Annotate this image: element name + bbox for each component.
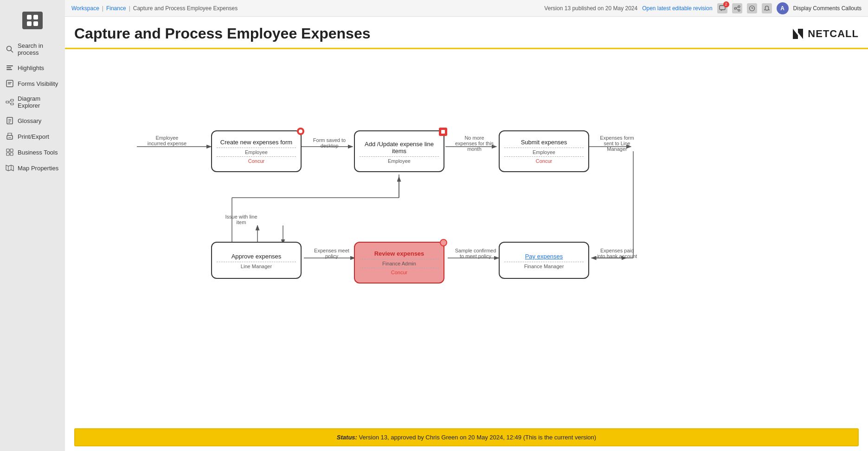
print-icon xyxy=(6,132,14,141)
svg-point-32 xyxy=(738,6,740,7)
svg-line-15 xyxy=(9,100,11,102)
svg-rect-19 xyxy=(8,121,11,121)
brand-name: NETCALL xyxy=(808,28,859,40)
sidebar-item-search[interactable]: Search in process xyxy=(0,39,65,60)
svg-rect-22 xyxy=(8,137,11,138)
svg-rect-11 xyxy=(8,84,11,84)
tools-icon xyxy=(6,148,14,156)
svg-rect-23 xyxy=(6,149,9,152)
flow-label-6: Expenses meet policy xyxy=(309,248,355,259)
svg-rect-2 xyxy=(27,21,32,26)
node-corner-icon xyxy=(297,128,304,135)
status-bar: Status: Version 13, approved by Chris Gr… xyxy=(74,428,859,446)
arrows-svg xyxy=(65,49,868,424)
sidebar-item-print-export[interactable]: Print/Export xyxy=(0,129,65,144)
forms-icon xyxy=(6,79,14,88)
svg-rect-18 xyxy=(8,119,11,120)
user-avatar[interactable]: A xyxy=(777,2,789,14)
sidebar: Search in process Highlights Forms Visib… xyxy=(0,0,65,451)
sidebar-item-diagram-explorer[interactable]: Diagram Explorer xyxy=(0,91,65,113)
svg-rect-25 xyxy=(6,153,9,155)
node-add-update[interactable]: Add /Update expense line items Employee xyxy=(354,130,444,172)
svg-rect-26 xyxy=(10,153,13,155)
node-role: Employee xyxy=(531,149,557,155)
svg-point-33 xyxy=(734,7,736,9)
flow-label-4: Expenses form sent to Line Manager xyxy=(592,135,643,152)
flow-label-7: Sample confirmed to meet policy xyxy=(450,248,501,259)
notifications-button[interactable] xyxy=(762,3,772,13)
node-corner-icon-square xyxy=(439,128,447,136)
node-title: Add /Update expense line items xyxy=(355,139,444,155)
svg-rect-6 xyxy=(6,65,13,66)
comment-button[interactable]: 2 xyxy=(717,3,727,13)
sidebar-item-highlights[interactable]: Highlights xyxy=(0,60,65,76)
svg-rect-12 xyxy=(6,101,9,103)
node-title: Approve expenses xyxy=(228,251,285,261)
highlight-icon xyxy=(6,64,14,72)
node-submit-expenses[interactable]: Submit expenses Employee Concur xyxy=(499,130,589,172)
diagram-icon xyxy=(6,98,14,106)
brand-logo: NETCALL xyxy=(791,27,859,41)
sidebar-item-business-tools[interactable]: Business Tools xyxy=(0,144,65,160)
sidebar-item-label: Print/Export xyxy=(18,133,49,140)
sidebar-item-map-properties[interactable]: Map Properties xyxy=(0,160,65,176)
node-title: Review expenses xyxy=(371,248,428,258)
share-button[interactable] xyxy=(732,3,742,13)
svg-rect-13 xyxy=(11,99,13,101)
flow-label-5: Issue with line item xyxy=(218,214,264,225)
node-role: Employee xyxy=(243,149,270,155)
status-label: Status: xyxy=(337,434,357,441)
topbar-right: Version 13 published on 20 May 2024 Open… xyxy=(544,2,862,14)
sidebar-item-label: Business Tools xyxy=(18,149,58,156)
svg-rect-24 xyxy=(10,149,13,152)
flow-label-8: Expenses paid into bank account xyxy=(592,248,643,259)
svg-line-35 xyxy=(736,7,738,8)
svg-rect-3 xyxy=(33,21,38,26)
svg-rect-1 xyxy=(33,15,38,19)
node-create-expenses[interactable]: Create new expenses form Employee Concur xyxy=(211,130,302,172)
svg-rect-8 xyxy=(6,69,12,70)
node-corner-icon-review xyxy=(440,239,447,246)
breadcrumb-current: Capture and Process Employee Expenses xyxy=(133,5,238,12)
display-comments-label[interactable]: Display Comments Callouts xyxy=(793,5,862,12)
node-approve-expenses[interactable]: Approve expenses Line Manager xyxy=(211,242,302,279)
svg-rect-14 xyxy=(11,103,13,105)
sidebar-item-glossary[interactable]: Glossary xyxy=(0,113,65,129)
node-role: Finance Admin xyxy=(380,260,418,267)
open-latest-link[interactable]: Open latest editable revision xyxy=(642,5,712,12)
breadcrumb-workspace[interactable]: Workspace xyxy=(71,5,99,12)
sidebar-item-label: Map Properties xyxy=(18,165,58,172)
user-initial: A xyxy=(780,5,784,12)
flow-label-1: Employee incurred expense xyxy=(137,135,197,146)
bc-sep1: | xyxy=(102,5,103,12)
node-title: Pay expenses xyxy=(521,251,567,261)
diagram-area: Employee incurred expense Create new exp… xyxy=(65,49,868,424)
node-title: Create new expenses form xyxy=(217,137,296,147)
node-role: Employee xyxy=(386,158,412,164)
node-pay-expenses[interactable]: Pay expenses Finance Manager xyxy=(499,242,589,279)
flow-label-3: No more expenses for this month xyxy=(450,135,499,152)
node-role: Finance Manager xyxy=(522,263,566,270)
history-button[interactable] xyxy=(747,3,757,13)
bc-sep2: | xyxy=(129,5,130,12)
sidebar-item-label: Forms Visibility xyxy=(18,80,58,87)
svg-line-5 xyxy=(11,50,13,52)
breadcrumb-finance[interactable]: Finance xyxy=(106,5,126,12)
glossary-icon xyxy=(6,116,14,125)
sidebar-item-label: Search in process xyxy=(18,42,59,56)
node-role: Line Manager xyxy=(239,263,274,270)
node-system: Concur xyxy=(246,158,266,166)
sidebar-item-forms[interactable]: Forms Visibility xyxy=(0,76,65,91)
app-logo[interactable] xyxy=(22,12,43,29)
svg-rect-10 xyxy=(8,82,12,83)
node-system: Concur xyxy=(389,269,409,277)
svg-line-16 xyxy=(9,102,11,104)
flow-label-2: Form saved to desktop xyxy=(306,137,353,148)
node-review-expenses[interactable]: Review expenses Finance Admin Concur xyxy=(354,242,444,283)
version-text: Version 13 published on 20 May 2024 xyxy=(544,5,637,12)
svg-rect-20 xyxy=(8,122,10,122)
sidebar-item-label: Diagram Explorer xyxy=(18,95,59,109)
topbar: Workspace | Finance | Capture and Proces… xyxy=(65,0,868,17)
svg-rect-0 xyxy=(27,15,32,19)
svg-line-36 xyxy=(736,9,738,10)
